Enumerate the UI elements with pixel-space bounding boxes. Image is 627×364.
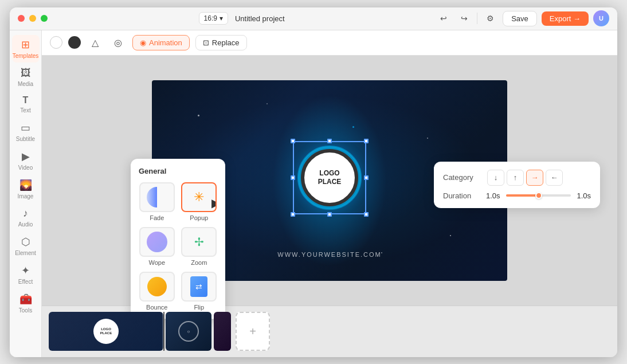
add-clip-button[interactable]: + [236,312,270,351]
sidebar-label-effect: Effect [18,279,33,285]
anim-thumb-zoom: ✢ [181,227,217,257]
duration-end: 1.0s [577,191,591,200]
anim-label-popup: Popup [190,214,208,221]
dir-right-button[interactable]: → [526,170,543,186]
anim-item-zoom[interactable]: ✢ Zoom [181,227,218,266]
direction-buttons: ↓ ↑ → ← [487,170,563,186]
image-icon: 🌄 [19,179,32,191]
anim-label-flip: Flip [194,304,204,311]
animation-panel: General Fade [131,159,225,319]
animation-tab[interactable]: ◉ Animation [132,35,190,50]
sidebar-item-audio[interactable]: ♪ Audio [12,204,40,231]
sidebar-item-text[interactable]: T Text [12,92,40,117]
sidebar-item-element[interactable]: ⬡ Element [12,232,40,260]
app-window: 16:9 ▾ Untitled project ↩ ↪ ⚙ Save Expor… [10,7,617,357]
handle-tm[interactable] [327,139,332,143]
shape-button[interactable]: △ [87,34,104,51]
anim-item-flip[interactable]: ⇄ Flip [181,272,218,311]
timeline-needle [163,312,164,351]
handle-bm[interactable] [327,212,332,217]
tools-icon: 🧰 [19,293,32,306]
aspect-ratio-button[interactable]: 16:9 ▾ [199,12,228,25]
slider-fill [506,194,539,197]
clip-main[interactable]: LOGOPLACE [49,312,163,351]
close-button[interactable] [18,15,25,22]
clip-logo: LOGOPLACE [93,319,119,344]
animation-panel-title: General [139,167,217,175]
category-label: Category [443,173,480,182]
redo-button[interactable]: ↪ [456,10,472,26]
wope-icon [147,232,167,252]
chevron-down-icon: ▾ [220,14,223,22]
logo-text: LOGO PLACE [318,169,342,186]
media-icon: 🖼 [21,67,31,79]
sidebar-label-audio: Audio [18,221,33,228]
replace-icon: ⊡ [203,38,209,47]
avatar: U [593,10,609,26]
zoom-icon: ✢ [194,235,204,249]
titlebar: 16:9 ▾ Untitled project ↩ ↪ ⚙ Save Expor… [10,7,617,30]
handle-bl[interactable] [291,212,295,217]
audio-icon: ♪ [23,208,28,220]
logo-element[interactable]: LOGO PLACE [301,149,358,206]
anim-label-bounce: Bounce [146,304,167,311]
handle-tr[interactable] [364,139,369,143]
maximize-button[interactable] [41,15,48,22]
canvas-wrapper: LOGO PLACE WWW.YOURWEBSITE.COM General [42,56,617,306]
sidebar: ⊞ Templates 🖼 Media T Text ▭ Subtitle ▶ … [10,30,42,357]
animation-grid: Fade ✳ ▶ Popup [139,182,217,311]
sidebar-item-templates[interactable]: ⊞ Templates [12,35,40,62]
clip-second[interactable]: ○ [166,312,211,351]
anim-item-wope[interactable]: Wope [139,227,175,266]
duration-slider[interactable] [506,194,571,197]
mask-button[interactable]: ◎ [109,34,127,51]
anim-item-popup[interactable]: ✳ ▶ Popup [181,182,218,221]
toolbar: △ ◎ ◉ Animation ⊡ Replace [42,30,617,56]
sidebar-item-effect[interactable]: ✦ Effect [12,261,40,288]
project-name[interactable]: Untitled project [235,14,285,23]
sidebar-label-image: Image [18,193,34,199]
effect-icon: ✦ [21,264,30,277]
slider-thumb[interactable] [535,192,542,199]
sidebar-label-media: Media [18,81,33,87]
handle-mr[interactable] [364,175,369,180]
replace-label: Replace [212,38,240,47]
dir-left-button[interactable]: ← [546,170,563,186]
element-icon: ⬡ [21,236,30,248]
color-white-swatch[interactable] [50,36,62,49]
fade-icon [147,187,167,208]
sidebar-item-tools[interactable]: 🧰 Tools [12,289,40,317]
canvas-area: LOGO PLACE WWW.YOURWEBSITE.COM General [42,56,617,357]
sidebar-item-media[interactable]: 🖼 Media [12,64,40,91]
animation-icon: ◉ [140,38,146,47]
video-icon: ▶ [22,150,30,163]
aspect-ratio-label: 16:9 [204,14,217,22]
divider [477,13,477,24]
anim-item-bounce[interactable]: Bounce [139,272,175,311]
color-dark-swatch[interactable] [68,36,81,49]
handle-tl[interactable] [291,139,295,143]
category-row: Category ↓ ↑ → ← [443,170,591,186]
handle-ml[interactable] [291,175,295,180]
category-panel: Category ↓ ↑ → ← Duration 1.0s [434,162,600,208]
logo-circle: LOGO PLACE [301,149,358,206]
sidebar-item-subtitle[interactable]: ▭ Subtitle [12,118,40,146]
sidebar-label-subtitle: Subtitle [16,136,35,142]
sidebar-item-video[interactable]: ▶ Video [12,147,40,174]
dir-down-button[interactable]: ↓ [487,170,504,186]
save-button[interactable]: Save [503,11,537,26]
sidebar-label-element: Element [15,250,36,256]
replace-tab[interactable]: ⊡ Replace [195,35,247,50]
sidebar-label-tools: Tools [19,307,32,314]
anim-item-fade[interactable]: Fade [139,182,175,221]
dir-up-button[interactable]: ↑ [507,170,524,186]
export-button[interactable]: Export → [542,11,589,26]
clip-third[interactable] [214,312,231,351]
cursor-icon: ▶ [211,196,217,210]
sidebar-item-image[interactable]: 🌄 Image [12,175,40,203]
undo-button[interactable]: ↩ [436,10,452,26]
handle-br[interactable] [364,212,369,217]
minimize-button[interactable] [29,15,36,22]
settings-button[interactable]: ⚙ [482,10,498,26]
anim-label-fade: Fade [150,214,164,221]
